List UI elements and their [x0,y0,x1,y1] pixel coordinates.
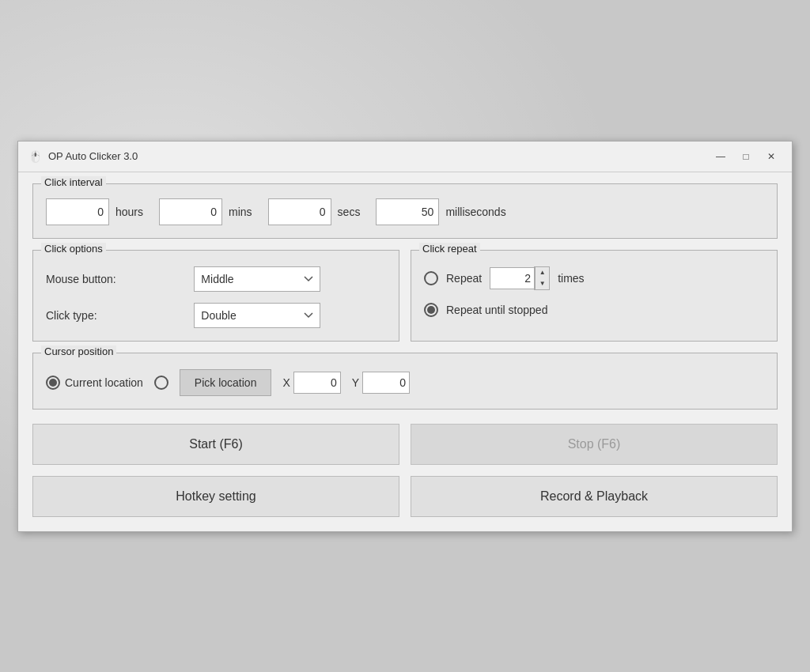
hotkey-setting-button[interactable]: Hotkey setting [32,476,399,517]
app-icon: 🖱️ [28,149,42,164]
mouse-button-select[interactable]: Middle Left Right [194,266,320,292]
click-repeat-group: Click repeat Repeat ▲ ▼ times [411,250,778,342]
current-location-radio[interactable] [46,376,60,390]
repeat-until-stopped-row: Repeat until stopped [424,303,764,317]
maximize-button[interactable]: □ [735,148,757,165]
mins-input[interactable] [159,198,222,225]
window-content: Click interval hours mins secs milliseco… [18,172,792,531]
minimize-button[interactable]: — [710,148,732,165]
click-type-label: Click type: [46,309,181,322]
close-button[interactable]: ✕ [760,148,782,165]
spinner-down-btn[interactable]: ▼ [535,278,549,289]
pick-location-radio[interactable] [154,376,168,390]
spinner-btns: ▲ ▼ [534,266,550,290]
repeat-radio[interactable] [424,271,438,285]
click-options-legend: Click options [41,243,106,255]
x-input[interactable] [293,372,341,394]
record-playback-button[interactable]: Record & Playback [411,476,778,517]
click-type-select[interactable]: Double Single Triple [194,303,320,328]
ms-label: milliseconds [445,206,505,218]
click-options-group: Click options Mouse button: Middle Left … [32,250,399,342]
mins-label: mins [229,206,252,218]
window-title: OP Auto Clicker 3.0 [48,150,703,162]
times-input-group: ▲ ▼ [490,266,550,290]
y-input[interactable] [362,372,410,394]
hours-label: hours [115,206,143,218]
current-location-group: Current location [46,376,143,390]
repeat-label: Repeat [446,272,482,285]
times-label: times [558,272,584,285]
secs-label: secs [338,206,361,218]
click-interval-group: Click interval hours mins secs milliseco… [32,183,778,239]
secs-input[interactable] [268,198,331,225]
pick-location-button[interactable]: Pick location [180,369,272,396]
x-coord-group: X [282,372,340,394]
spinner-up-btn[interactable]: ▲ [535,267,549,278]
main-buttons-row: Start (F6) Stop (F6) [32,424,778,465]
hours-input[interactable] [46,198,109,225]
window-controls: — □ ✕ [710,148,782,165]
click-interval-legend: Click interval [41,176,106,188]
main-window: 🖱️ OP Auto Clicker 3.0 — □ ✕ Click inter… [17,141,793,532]
y-coord-group: Y [352,372,410,394]
x-label: X [282,376,290,389]
repeat-until-stopped-radio[interactable] [424,303,438,317]
repeat-section: Repeat ▲ ▼ times Repeat until stopped [424,266,764,317]
repeat-until-stopped-label: Repeat until stopped [446,304,547,316]
ms-input[interactable] [376,198,439,225]
start-button[interactable]: Start (F6) [32,424,399,465]
repeat-times-input[interactable] [490,267,534,289]
click-repeat-legend: Click repeat [419,243,480,255]
y-label: Y [352,376,359,389]
cursor-position-group: Cursor position Current location Pick lo… [32,353,778,410]
options-grid: Mouse button: Middle Left Right Click ty… [46,266,386,328]
bottom-buttons: Start (F6) Stop (F6) Hotkey setting Reco… [32,421,778,517]
interval-row: hours mins secs milliseconds [46,198,764,225]
current-location-label: Current location [65,376,143,389]
repeat-row: Repeat ▲ ▼ times [424,266,764,290]
cursor-position-legend: Cursor position [41,345,116,357]
title-bar: 🖱️ OP Auto Clicker 3.0 — □ ✕ [18,142,792,172]
mouse-button-label: Mouse button: [46,273,181,285]
stop-button: Stop (F6) [411,424,778,465]
secondary-buttons-row: Hotkey setting Record & Playback [32,476,778,517]
cursor-row: Current location Pick location X Y [46,369,764,396]
middle-row: Click options Mouse button: Middle Left … [32,250,778,342]
